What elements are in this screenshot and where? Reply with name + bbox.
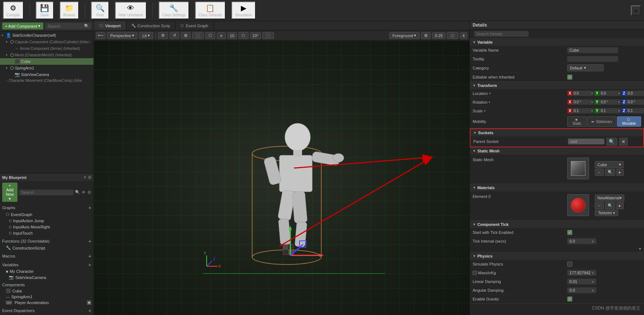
vp-tool1[interactable]: ⚙ xyxy=(158,32,168,39)
mesh-search-btn[interactable]: 🔍 xyxy=(605,169,615,176)
tree-item-arrow[interactable]: → Arrow Component (Arrow) (Inherited) xyxy=(0,45,94,52)
tree-item-sidescroller[interactable]: ▾ 👤 SideScrollerCharacter(self) xyxy=(0,32,94,39)
input-axis-moveright-item[interactable]: ◇ InputAxis MoveRight xyxy=(0,224,94,230)
input-touch-item[interactable]: ◇ InputTouch xyxy=(0,230,94,236)
variable-name-input[interactable] xyxy=(567,47,618,53)
rotation-x-input[interactable] xyxy=(573,99,591,105)
tree-item-cube[interactable]: ⬛ Cube xyxy=(0,58,94,65)
vp-tool6[interactable]: ≡ xyxy=(217,32,226,39)
simulate-physics-checkbox[interactable] xyxy=(567,262,572,267)
mobility-movable-btn[interactable]: ⬡ Movable xyxy=(617,116,641,127)
location-y-arrow[interactable]: ▸ xyxy=(618,92,621,95)
mass-arrow[interactable]: ▸ xyxy=(592,271,594,275)
textures-button[interactable]: Textures ▾ xyxy=(595,210,618,216)
material-name-dropdown[interactable]: NewMaterial ▾ xyxy=(595,195,624,202)
tab-construction-script[interactable]: 🔧 Construction Scrip xyxy=(126,21,176,30)
materials-section-header[interactable]: ▼ Materials xyxy=(470,184,644,191)
lit-btn[interactable]: Lit ▾ xyxy=(139,32,153,39)
bp-eye-icon[interactable]: 👁 xyxy=(82,190,86,195)
mass-kg-checkbox[interactable] xyxy=(473,271,477,275)
rotation-y-arrow[interactable]: ▸ xyxy=(618,100,621,104)
location-z-input[interactable] xyxy=(627,91,644,96)
socket-clear-btn[interactable]: ✕ xyxy=(619,138,628,145)
enable-gravity-checkbox[interactable]: ✓ xyxy=(567,296,572,302)
bp-cog-icon[interactable]: ⚙ xyxy=(87,190,91,195)
linear-damping-arrow[interactable]: ▸ xyxy=(592,280,594,283)
static-mesh-section-header[interactable]: ▼ Static Mesh xyxy=(470,147,644,155)
player-accel-item[interactable]: — Player Acceleration ■ xyxy=(0,300,94,306)
mass-kg-input[interactable] xyxy=(569,271,591,275)
start-tick-checkbox[interactable]: ✓ xyxy=(567,230,572,235)
spring-arm1-component-item[interactable]: — SpringArm1 xyxy=(0,294,94,300)
tab-event-graph[interactable]: ⬡ Event Graph xyxy=(175,21,214,30)
vp-tool3[interactable]: ⊞ xyxy=(181,32,191,39)
expand-button[interactable]: » xyxy=(631,5,641,16)
event-graph-item[interactable]: ⬡ EventGraph xyxy=(0,211,94,218)
my-character-variable-item[interactable]: ■ My Character xyxy=(0,268,94,274)
tree-item-mesh[interactable]: ▾ ⬡ Mesh (CharacterMesh0) (Inherited) xyxy=(0,52,94,58)
graphs-add-btn[interactable]: + xyxy=(88,205,91,211)
parent-socket-input[interactable] xyxy=(568,139,604,144)
transform-section-header[interactable]: ▼ Transform xyxy=(470,82,644,89)
rotation-z-input[interactable] xyxy=(627,99,644,105)
add-component-button[interactable]: + Add Component ▾ xyxy=(2,23,43,29)
vp-grid-btn[interactable]: ⬡ xyxy=(238,32,249,39)
components-search[interactable]: 🔍 xyxy=(45,23,91,29)
component-tick-header[interactable]: ▼ Component Tick xyxy=(470,221,644,228)
functions-add-btn[interactable]: + xyxy=(88,238,91,244)
material-use-btn[interactable]: ▸ xyxy=(616,202,624,209)
input-action-jump-item[interactable]: ◇ InputAction Jump xyxy=(0,218,94,224)
tree-item-charmovement[interactable]: ↑ Character Movement (CharMoveComp) (Inh… xyxy=(0,78,94,83)
location-y-input[interactable] xyxy=(600,91,618,96)
foreground-btn[interactable]: Foreground ▾ xyxy=(389,32,420,39)
blueprint-close-icon[interactable]: ✕ xyxy=(83,175,87,180)
macros-add-btn[interactable]: + xyxy=(88,253,91,259)
event-dispatchers-add-btn[interactable]: + xyxy=(88,308,91,314)
side-view-camera-variable-item[interactable]: 📷 SideViewCamera xyxy=(0,274,94,280)
vp-camera-options[interactable]: 🎥 xyxy=(447,32,458,39)
scale-x-arrow[interactable]: ▸ xyxy=(591,109,594,112)
material-search-btn[interactable]: 🔍 xyxy=(605,202,615,209)
tree-item-springarm[interactable]: ▾ ⬡ SpringArm1 xyxy=(0,65,94,71)
location-x-arrow[interactable]: ▸ xyxy=(591,92,594,95)
scale-y-arrow[interactable]: ▸ xyxy=(618,109,621,112)
mesh-name-dropdown[interactable]: Cube ▾ xyxy=(595,161,624,168)
variables-add-btn[interactable]: + xyxy=(88,262,91,268)
rotation-x-arrow[interactable]: ▸ xyxy=(591,100,594,104)
tick-interval-arrow[interactable]: ▸ xyxy=(592,239,594,243)
location-x-input[interactable] xyxy=(573,91,591,96)
vp-tool4[interactable]: ⬛ xyxy=(192,32,204,39)
add-new-button[interactable]: + Add New ▾ xyxy=(2,183,17,202)
hide-unrelated-button[interactable]: 👁 Hide Unrelated xyxy=(115,2,147,19)
snap-btn[interactable]: ⊞ xyxy=(421,32,431,39)
angular-damping-arrow[interactable]: ▸ xyxy=(592,288,594,292)
variable-section-header[interactable]: ▼ Variable xyxy=(470,39,644,46)
tree-item-camera[interactable]: 📷 SideViewCamera xyxy=(0,71,94,78)
scale-z-input[interactable] xyxy=(627,108,644,113)
browse-button[interactable]: 📁 Browse xyxy=(60,1,79,19)
details-search-input[interactable] xyxy=(474,31,529,37)
find-button[interactable]: 🔍 Find xyxy=(91,1,109,19)
vp-tool5[interactable]: ⬡ xyxy=(205,32,215,39)
vp-cam-btn[interactable]: ⬛ xyxy=(262,32,274,39)
category-dropdown[interactable]: Default ▾ xyxy=(567,64,604,71)
compile-button[interactable]: ⚙ Compile xyxy=(3,1,24,19)
physics-section-header[interactable]: ▼ Physics xyxy=(470,252,644,260)
blueprint-menu-icon[interactable]: ⊞ xyxy=(88,175,91,180)
mesh-use-btn[interactable]: ▸ xyxy=(616,169,624,176)
socket-search-btn[interactable]: 🔍 xyxy=(607,138,617,145)
class-defaults-button[interactable]: 📋 Class Defaults xyxy=(195,1,226,19)
tick-expand-icon[interactable]: ▾ xyxy=(639,246,641,251)
class-settings-button[interactable]: 🔧 Class Settings xyxy=(159,1,189,19)
simulation-button[interactable]: ▶ Simulation xyxy=(231,1,256,19)
mesh-back-btn[interactable]: ← xyxy=(595,169,604,176)
construction-script-item[interactable]: 🔧 ConstructionScript xyxy=(0,245,94,251)
material-back-btn[interactable]: ← xyxy=(595,202,604,209)
sockets-section-header[interactable]: ▼ Sockets xyxy=(470,129,643,136)
tooltip-input[interactable] xyxy=(567,56,618,62)
save-button[interactable]: 💾 Save xyxy=(36,1,54,19)
transform-btn[interactable]: ⟵ xyxy=(96,32,106,39)
mobility-stationary-btn[interactable]: ⬌ Stationary xyxy=(587,116,616,127)
tab-viewport[interactable]: ⬛ Viewport xyxy=(94,21,126,30)
bp-search-input[interactable] xyxy=(19,190,73,195)
